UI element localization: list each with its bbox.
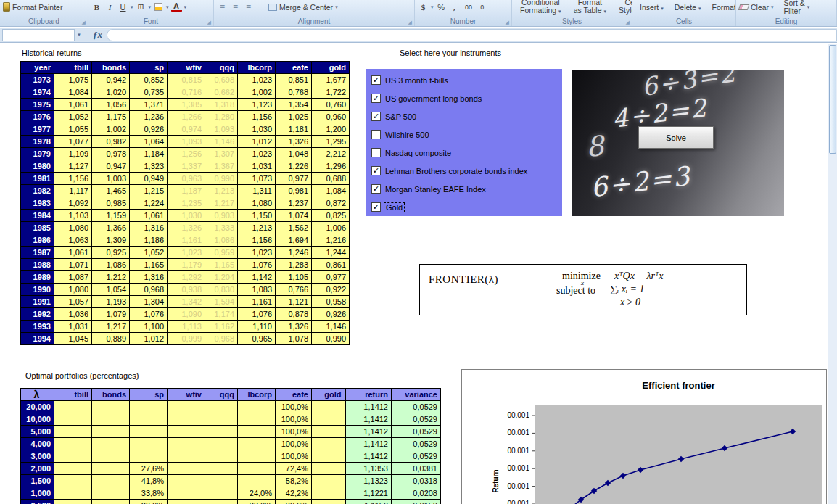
- data-cell[interactable]: 1,030: [168, 210, 205, 222]
- data-cell[interactable]: 1,266: [168, 111, 205, 123]
- data-cell[interactable]: 0,698: [205, 74, 238, 86]
- data-cell[interactable]: 1,150: [238, 210, 276, 222]
- weight-cell[interactable]: [312, 487, 345, 500]
- data-cell[interactable]: 1,594: [205, 296, 238, 308]
- data-cell[interactable]: 0,974: [168, 123, 205, 136]
- data-cell[interactable]: 1,023: [238, 247, 276, 259]
- comma-style-button[interactable]: ,: [449, 1, 460, 13]
- data-cell[interactable]: 0,926: [130, 123, 168, 136]
- data-cell[interactable]: 1,100: [130, 321, 168, 333]
- italic-button[interactable]: I: [104, 1, 115, 13]
- data-cell[interactable]: 0,985: [92, 197, 130, 210]
- data-cell[interactable]: 0,889: [92, 333, 130, 345]
- data-cell[interactable]: 0,830: [205, 284, 238, 296]
- data-cell[interactable]: 1,076: [238, 259, 276, 271]
- data-cell[interactable]: 1,333: [205, 222, 238, 234]
- data-cell[interactable]: 1,216: [312, 234, 350, 247]
- data-cell[interactable]: 1,385: [168, 99, 205, 111]
- data-cell[interactable]: 0,968: [130, 284, 168, 296]
- data-cell[interactable]: 1,677: [312, 74, 350, 86]
- data-cell[interactable]: 1,075: [54, 74, 92, 86]
- data-cell[interactable]: 1,244: [312, 247, 350, 259]
- result-cell[interactable]: 0,0150: [392, 500, 441, 504]
- weight-cell[interactable]: [205, 401, 238, 413]
- checkbox-wilshire-500[interactable]: [371, 130, 381, 139]
- ribbon-button-styles[interactable]: CellStyles ▾: [614, 0, 632, 15]
- result-cell[interactable]: 0,0381: [392, 463, 441, 475]
- fill-color-button[interactable]: [153, 1, 164, 13]
- data-cell[interactable]: 1,020: [92, 86, 130, 99]
- data-cell[interactable]: 1,076: [130, 308, 168, 321]
- data-cell[interactable]: 0,999: [168, 333, 205, 345]
- lambda-cell[interactable]: 10,000: [21, 413, 54, 426]
- data-cell[interactable]: 1,105: [276, 271, 312, 284]
- data-cell[interactable]: 1,057: [54, 296, 92, 308]
- checkbox-gold[interactable]: ✓: [371, 202, 381, 212]
- data-cell[interactable]: 0,760: [312, 99, 350, 111]
- weight-cell[interactable]: [130, 438, 168, 450]
- column-header-eafe[interactable]: eafe: [276, 389, 312, 401]
- ribbon-button-format[interactable]: Format ▾: [708, 3, 736, 12]
- weight-cell[interactable]: 100,0%: [276, 401, 312, 413]
- weight-cell[interactable]: 33,8%: [130, 487, 168, 500]
- frontier-formula-box[interactable]: FRONTIER(λ) minimize x xᵀQx − λrᵀx subje…: [419, 264, 747, 315]
- data-cell[interactable]: 1,080: [238, 197, 276, 210]
- data-cell[interactable]: 1,061: [54, 99, 92, 111]
- weight-cell[interactable]: [205, 450, 238, 463]
- checkbox-s-p-500[interactable]: ✓: [371, 112, 381, 121]
- efficient-frontier-chart[interactable]: Efficient frontier Return 00.00100.00100…: [461, 369, 827, 504]
- weight-cell[interactable]: 38,0%: [276, 500, 312, 504]
- weight-cell[interactable]: [54, 401, 92, 413]
- weight-cell[interactable]: [92, 463, 130, 475]
- column-header-wfiv[interactable]: wfiv: [168, 62, 205, 74]
- data-cell[interactable]: 1,366: [92, 222, 130, 234]
- data-cell[interactable]: 1,064: [130, 136, 168, 148]
- year-cell[interactable]: 1974: [21, 86, 54, 99]
- clear-dropdown-icon[interactable]: ▾: [771, 4, 774, 10]
- data-cell[interactable]: 1,326: [168, 222, 205, 234]
- weight-cell[interactable]: [168, 500, 205, 504]
- decrease-decimal-button[interactable]: .0: [476, 1, 487, 13]
- data-cell[interactable]: 0,938: [168, 284, 205, 296]
- data-cell[interactable]: 1,174: [205, 308, 238, 321]
- name-box[interactable]: [2, 29, 75, 41]
- weight-cell[interactable]: [168, 463, 205, 475]
- column-header-gold[interactable]: gold: [312, 389, 345, 401]
- result-cell[interactable]: 0,0318: [392, 475, 441, 487]
- data-cell[interactable]: 1,063: [54, 234, 92, 247]
- result-cell[interactable]: 0,0529: [392, 450, 441, 463]
- instrument-item-nasdaq-composite[interactable]: Nasdaq composite: [366, 144, 562, 162]
- data-cell[interactable]: 1,090: [168, 308, 205, 321]
- weight-cell[interactable]: [312, 475, 345, 487]
- lambda-cell[interactable]: 20,000: [21, 401, 54, 413]
- year-cell[interactable]: 1978: [21, 136, 54, 148]
- instrument-item-us-3-month-t-bills[interactable]: ✓US 3 month t-bills: [366, 71, 562, 89]
- align-left-icon[interactable]: ≡: [217, 1, 228, 13]
- data-cell[interactable]: 1,012: [238, 136, 276, 148]
- data-cell[interactable]: 1,465: [92, 185, 130, 197]
- result-cell[interactable]: 1,1353: [345, 463, 392, 475]
- weight-cell[interactable]: [312, 450, 345, 463]
- weight-cell[interactable]: [54, 438, 92, 450]
- data-cell[interactable]: 0,977: [312, 271, 350, 284]
- data-cell[interactable]: 0,766: [276, 284, 312, 296]
- year-cell[interactable]: 1994: [21, 333, 54, 345]
- weight-cell[interactable]: 27,6%: [130, 463, 168, 475]
- data-cell[interactable]: 1,246: [276, 247, 312, 259]
- data-cell[interactable]: 1,052: [130, 247, 168, 259]
- data-cell[interactable]: 1,084: [312, 185, 350, 197]
- weight-cell[interactable]: 33,0%: [238, 500, 276, 504]
- data-cell[interactable]: 0,716: [168, 86, 205, 99]
- weight-cell[interactable]: [168, 487, 205, 500]
- data-cell[interactable]: 1,078: [276, 333, 312, 345]
- column-header-bonds[interactable]: bonds: [92, 389, 130, 401]
- column-header-qqq[interactable]: qqq: [205, 62, 238, 74]
- weight-cell[interactable]: 41,8%: [130, 475, 168, 487]
- data-cell[interactable]: 0,852: [130, 74, 168, 86]
- data-cell[interactable]: 1,204: [205, 271, 238, 284]
- alignment-dialog-launcher-icon[interactable]: ◢: [408, 19, 412, 25]
- weight-cell[interactable]: [205, 475, 238, 487]
- data-cell[interactable]: 0,878: [276, 308, 312, 321]
- year-cell[interactable]: 1993: [21, 321, 54, 333]
- data-cell[interactable]: 1,080: [54, 284, 92, 296]
